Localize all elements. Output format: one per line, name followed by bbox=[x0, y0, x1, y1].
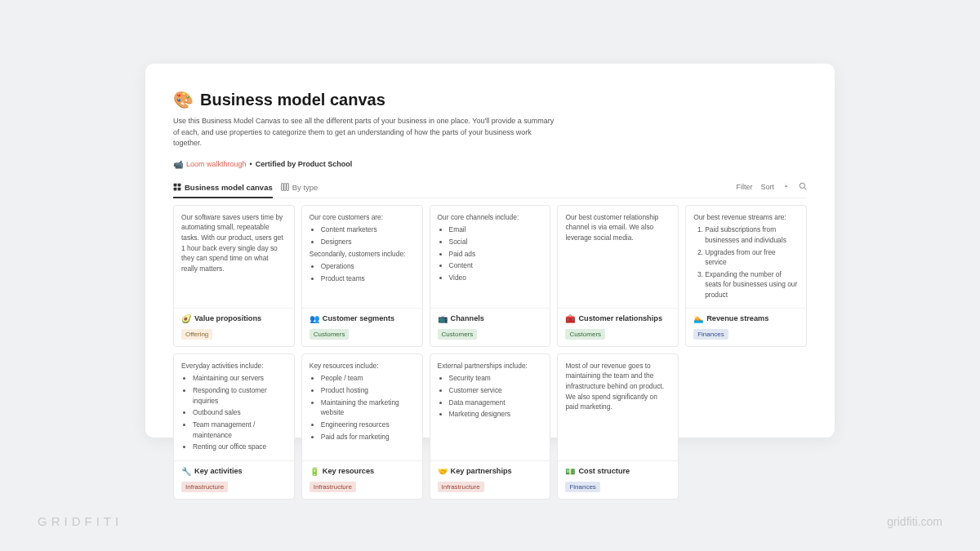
card-customer-relationships[interactable]: Our best customer relationship channel i… bbox=[557, 205, 679, 347]
card-title: Customer segments bbox=[323, 313, 394, 324]
page-title: Business model canvas bbox=[200, 88, 385, 111]
card-body: Most of our revenue goes to maintaining … bbox=[558, 354, 678, 460]
search-icon[interactable] bbox=[799, 182, 807, 193]
tab-board-view[interactable]: Business model canvas bbox=[173, 182, 273, 198]
card-title: Key resources bbox=[323, 466, 374, 477]
card-intro: Secondarily, customers include: bbox=[310, 249, 415, 260]
card-list: Security team Customer service Data mana… bbox=[438, 372, 543, 420]
card-customer-segments[interactable]: Our core customers are: Content marketer… bbox=[301, 205, 423, 347]
card-intro: Our core customers are: bbox=[310, 212, 415, 223]
list-item: Customer service bbox=[449, 384, 543, 397]
card-title: Revenue streams bbox=[706, 313, 768, 324]
card-key-resources[interactable]: Key resources include: People / team Pro… bbox=[301, 353, 423, 500]
tag-infrastructure: Infrastructure bbox=[310, 482, 356, 492]
sort-button[interactable]: Sort bbox=[760, 182, 774, 193]
card-title: Customer relationships bbox=[578, 313, 662, 324]
list-item: Security team bbox=[449, 372, 543, 384]
card-intro: Our best revenue streams are: bbox=[693, 212, 799, 223]
card-footer: 💵 Cost structure Finances bbox=[558, 460, 678, 499]
list-item: People / team bbox=[321, 372, 415, 384]
tv-icon: 📺 bbox=[438, 313, 448, 325]
list-item: Email bbox=[449, 224, 543, 236]
card-list: Content marketers Designers bbox=[310, 224, 415, 247]
video-icon: 📹 bbox=[173, 159, 183, 171]
tab-label: By type bbox=[292, 182, 318, 193]
list-item: Social bbox=[449, 236, 543, 248]
card-title-row: 💵 Cost structure bbox=[565, 466, 670, 478]
list-item: Designers bbox=[321, 236, 415, 248]
card-title: Channels bbox=[451, 313, 484, 324]
card-intro: Everyday activities include: bbox=[181, 361, 287, 371]
loom-walkthrough-link[interactable]: Loom walkthrough bbox=[186, 159, 247, 170]
list-item: Expanding the number of seats for busine… bbox=[705, 269, 799, 301]
list-item: Upgrades from our free service bbox=[705, 247, 799, 269]
list-item: Team management / maintenance bbox=[193, 419, 287, 441]
columns-icon bbox=[281, 183, 289, 191]
card-title: Value propositions bbox=[194, 313, 261, 324]
card-title-row: 📺 Channels bbox=[438, 313, 543, 325]
toolbox-icon: 🧰 bbox=[565, 313, 575, 325]
palette-icon: 🎨 bbox=[173, 88, 194, 111]
list-item: Paid ads for marketing bbox=[321, 431, 415, 443]
svg-rect-5 bbox=[283, 184, 286, 191]
board-grid: Our software saves users time by automat… bbox=[173, 205, 807, 500]
wrench-icon: 🔧 bbox=[181, 466, 191, 478]
card-list: Email Social Paid ads Content Video bbox=[438, 224, 543, 283]
card-title-row: 🏊 Revenue streams bbox=[693, 313, 799, 325]
card-cost-structure[interactable]: Most of our revenue goes to maintaining … bbox=[557, 353, 679, 500]
svg-rect-0 bbox=[174, 184, 177, 187]
list-item: Paid subscriptions from businesses and i… bbox=[705, 224, 799, 246]
tabs-row: Business model canvas By type Filter Sor… bbox=[173, 182, 807, 198]
svg-line-8 bbox=[804, 188, 807, 190]
automations-icon[interactable] bbox=[782, 182, 791, 193]
app-window: 🎨 Business model canvas Use this Busines… bbox=[145, 64, 835, 438]
card-footer: 📺 Channels Customers bbox=[430, 308, 550, 346]
card-body: Our best customer relationship channel i… bbox=[558, 206, 678, 308]
tag-finances: Finances bbox=[693, 329, 728, 340]
card-title-row: 👥 Customer segments bbox=[310, 313, 415, 325]
card-body: External partnerships include: Security … bbox=[430, 354, 550, 460]
list-item: Maintaining the marketing website bbox=[321, 397, 415, 419]
dollar-icon: 💵 bbox=[565, 466, 575, 478]
card-body: Our software saves users time by automat… bbox=[174, 206, 294, 308]
list-item: Data management bbox=[449, 397, 543, 409]
card-intro: Our core channels include: bbox=[438, 212, 543, 223]
card-footer: 🤝 Key partnerships Infrastructure bbox=[430, 460, 550, 499]
tag-finances: Finances bbox=[565, 482, 599, 492]
svg-rect-1 bbox=[178, 184, 181, 187]
svg-point-7 bbox=[800, 183, 804, 188]
card-title: Key partnerships bbox=[451, 466, 512, 477]
tab-by-type[interactable]: By type bbox=[281, 182, 318, 198]
list-item: Operations bbox=[321, 260, 415, 273]
card-value-propositions[interactable]: Our software saves users time by automat… bbox=[173, 205, 295, 347]
card-title-row: 🔧 Key activities bbox=[181, 466, 287, 478]
card-list: Maintaining our servers Responding to cu… bbox=[181, 372, 287, 452]
card-key-activities[interactable]: Everyday activities include: Maintaining… bbox=[173, 353, 295, 500]
card-key-partnerships[interactable]: External partnerships include: Security … bbox=[430, 353, 551, 500]
avocado-icon: 🥑 bbox=[181, 313, 191, 325]
card-title-row: 🤝 Key partnerships bbox=[438, 466, 543, 478]
card-footer: 🏊 Revenue streams Finances bbox=[686, 308, 806, 346]
card-title-row: 🔋 Key resources bbox=[310, 466, 415, 478]
card-text: Our best customer relationship channel i… bbox=[565, 212, 670, 243]
tag-customers: Customers bbox=[438, 329, 478, 340]
tabs-left: Business model canvas By type bbox=[173, 182, 318, 198]
tab-label: Business model canvas bbox=[185, 182, 273, 193]
meta-separator: • bbox=[250, 159, 252, 170]
list-item: Product hosting bbox=[321, 384, 415, 397]
watermark-url: gridfiti.com bbox=[887, 515, 942, 528]
list-item: Maintaining our servers bbox=[193, 372, 287, 384]
svg-rect-6 bbox=[287, 184, 289, 191]
certified-label: Certified by Product School bbox=[256, 159, 353, 170]
card-list: People / team Product hosting Maintainin… bbox=[310, 372, 415, 442]
card-footer: 👥 Customer segments Customers bbox=[302, 308, 422, 346]
card-revenue-streams[interactable]: Our best revenue streams are: Paid subsc… bbox=[685, 205, 807, 347]
svg-rect-3 bbox=[178, 188, 181, 191]
card-channels[interactable]: Our core channels include: Email Social … bbox=[430, 205, 551, 347]
view-controls: Filter Sort bbox=[736, 182, 807, 198]
card-body: Our core customers are: Content marketer… bbox=[302, 206, 422, 308]
svg-rect-2 bbox=[174, 188, 177, 191]
card-text: Our software saves users time by automat… bbox=[181, 212, 287, 274]
filter-button[interactable]: Filter bbox=[736, 182, 752, 193]
list-item: Renting our office space bbox=[193, 441, 287, 453]
